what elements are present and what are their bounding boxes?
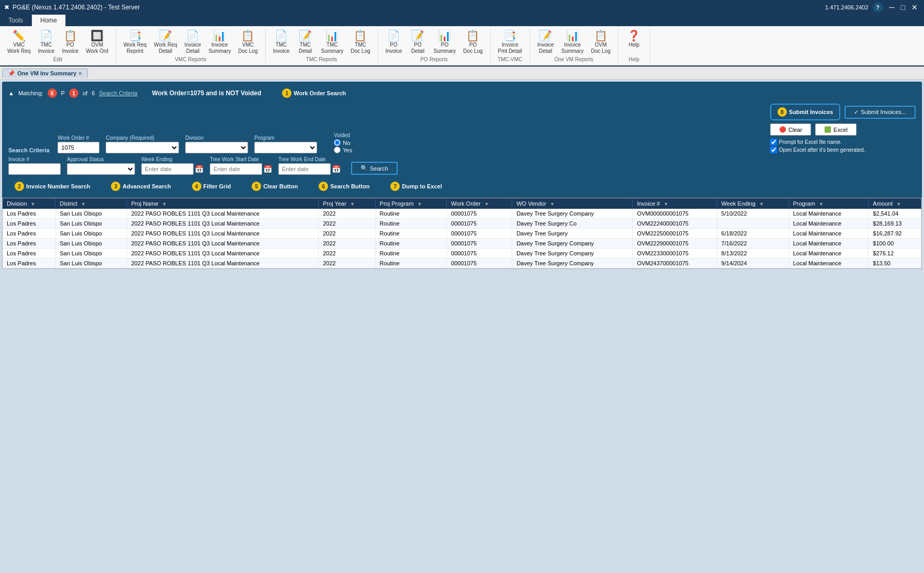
col-division[interactable]: Division ▼ (3, 198, 55, 209)
invoice-pmt-detail-icon: 📑 (503, 30, 516, 41)
po-invoice-btn[interactable]: 📋 POInvoice (59, 29, 82, 55)
search-btn[interactable]: 🔍 Search (351, 162, 398, 175)
col-district[interactable]: District ▼ (55, 198, 127, 209)
col-work-order[interactable]: Work Order ▼ (447, 198, 512, 209)
table-row[interactable]: Los PadresSan Luis Obispo2022 PASO ROBLE… (3, 209, 921, 219)
prompt-excel-checkbox[interactable] (770, 139, 777, 145)
help-button[interactable]: ? (873, 2, 883, 13)
open-excel-checkbox[interactable] (770, 147, 777, 153)
tree-start-input[interactable] (210, 163, 262, 175)
col-wo-vendor[interactable]: WO Vendor ▼ (512, 198, 633, 209)
table-cell: 6/18/2022 (717, 229, 788, 239)
col-proj-program[interactable]: Proj Program ▼ (375, 198, 446, 209)
program-select[interactable] (254, 142, 317, 153)
ribbon: Tools Home ✏️ VMCWork Req 📄 TMCInvoice 📋… (0, 15, 924, 67)
submit-checkmark-icon: ✓ (854, 109, 859, 116)
po-doc-log-btn[interactable]: 📋 PODoc Log (460, 29, 486, 55)
col-week-ending[interactable]: Week Ending ▼ (717, 198, 788, 209)
tab-tools[interactable]: Tools (0, 15, 32, 26)
ovm-doc-log-btn[interactable]: 📋 OVMDoc Log (588, 29, 614, 55)
tree-end-calendar-icon[interactable]: 📅 (332, 165, 341, 173)
tab-home[interactable]: Home (32, 15, 66, 26)
table-row[interactable]: Los PadresSan Luis Obispo2022 PASO ROBLE… (3, 219, 921, 229)
invoice-pmt-detail-btn[interactable]: 📑 InvoicePmt Detail (495, 29, 525, 55)
open-excel-option[interactable]: Open Excel after it's been generated. (770, 147, 916, 153)
callout-text-6: Search Button (330, 183, 369, 189)
table-cell: OVM222500001075 (633, 229, 717, 239)
table-row[interactable]: Los PadresSan Luis Obispo2022 PASO ROBLE… (3, 239, 921, 249)
tmc-summary-btn[interactable]: 📊 TMCSummary (318, 29, 347, 55)
table-cell: San Luis Obispo (55, 219, 127, 229)
table-cell: $16,287.92 (869, 229, 921, 239)
po-summary-btn[interactable]: 📊 POSummary (431, 29, 459, 55)
invoice-detail-ovm-btn[interactable]: 📝 InvoiceDetail (534, 29, 557, 55)
callout-5: 5 Clear Button (245, 179, 304, 194)
work-order-input[interactable] (58, 142, 99, 153)
tree-start-calendar-icon[interactable]: 📅 (263, 165, 272, 173)
tree-end-input[interactable] (278, 163, 331, 175)
col-proj-year[interactable]: Proj Year ▼ (319, 198, 375, 209)
vmc-doc-log-btn[interactable]: 📋 VMCDoc Log (235, 29, 261, 55)
voided-yes-radio[interactable] (334, 147, 341, 153)
table-row[interactable]: Los PadresSan Luis Obispo2022 PASO ROBLE… (3, 249, 921, 259)
submit-invoices-btn[interactable]: ✓ Submit Invoices... (844, 106, 916, 119)
col-amount[interactable]: Amount ▼ (869, 198, 921, 209)
invoice-summary-vmc-btn[interactable]: 📊 InvoiceSummary (205, 29, 234, 55)
ovm-work-ord-btn[interactable]: 🔲 OVMWork Ord (83, 29, 111, 55)
search-criteria-link[interactable]: Search Criteria (99, 90, 137, 96)
tab-close-icon[interactable]: × (78, 70, 82, 76)
help-ribbon-btn[interactable]: ❓ Help (623, 29, 646, 49)
company-select[interactable] (106, 142, 179, 153)
table-cell: 2022 PASO ROBLES 1101 Q3 Local Maintenan… (127, 219, 319, 229)
app-icon: ✖ (4, 4, 9, 11)
help-ribbon-icon: ❓ (627, 30, 640, 41)
table-cell: Davey Tree Surgery Company (512, 259, 633, 268)
voided-no-radio[interactable] (334, 139, 341, 146)
minimize-button[interactable]: ─ (887, 3, 897, 12)
col-proj-name[interactable]: Proj Name ▼ (127, 198, 319, 209)
callout-label-8: Submit Invoices (789, 109, 833, 115)
invoice-summary-ovm-btn[interactable]: 📊 InvoiceSummary (558, 29, 587, 55)
callout-text-5: Clear Button (263, 183, 298, 189)
division-select[interactable] (185, 142, 248, 153)
tmc-doc-log-icon: 📋 (354, 30, 367, 41)
week-ending-input[interactable] (141, 163, 194, 175)
invoice-num-input[interactable] (8, 163, 61, 175)
maximize-button[interactable]: □ (899, 3, 907, 12)
table-cell: Local Maintenance (788, 229, 869, 239)
tmc-invoice-report-btn[interactable]: 📄 TMCInvoice (270, 29, 293, 55)
col-invoice[interactable]: Invoice # ▼ (633, 198, 717, 209)
tab-label: One VM Inv Summary (17, 70, 76, 76)
table-row[interactable]: Los PadresSan Luis Obispo2022 PASO ROBLE… (3, 259, 921, 268)
table-cell: Routine (375, 239, 446, 249)
tmc-detail-btn[interactable]: 📝 TMCDetail (294, 29, 317, 55)
close-button[interactable]: ✕ (909, 3, 920, 12)
callout-3: 3 Advanced Search (105, 179, 177, 194)
tmc-doc-log-btn[interactable]: 📋 TMCDoc Log (347, 29, 373, 55)
clear-btn[interactable]: 🔴 Clear (770, 123, 811, 136)
data-grid-container: Division ▼ District ▼ Proj Name ▼ Proj Y… (2, 198, 922, 269)
invoice-detail-vmc-btn[interactable]: 📄 InvoiceDetail (181, 29, 204, 55)
one-vm-reports-label: One VM Reports (534, 57, 614, 62)
col-program[interactable]: Program ▼ (788, 198, 869, 209)
po-detail-btn[interactable]: 📝 PODetail (407, 29, 430, 55)
table-row[interactable]: Los PadresSan Luis Obispo2022 PASO ROBLE… (3, 229, 921, 239)
one-vm-inv-summary-tab[interactable]: 📌 One VM Inv Summary × (2, 69, 88, 78)
voided-label: Voided (334, 132, 352, 138)
collapse-btn[interactable]: ▲ (8, 90, 14, 96)
week-ending-calendar-icon[interactable]: 📅 (195, 165, 204, 173)
po-invoice-report-btn[interactable]: 📄 POInvoice (382, 29, 405, 55)
work-req-reprint-btn[interactable]: 📑 Work ReqReprint (120, 29, 150, 55)
po-doc-log-icon: 📋 (466, 30, 479, 41)
approval-status-select[interactable] (67, 163, 135, 175)
table-cell: $13.50 (869, 259, 921, 268)
voided-no-option[interactable]: No (334, 139, 352, 146)
callout-label-1: Work Order Search (294, 90, 346, 96)
tmc-invoice-btn[interactable]: 📄 TMCInvoice (35, 29, 58, 55)
work-req-detail-btn[interactable]: 📝 Work ReqDetail (151, 29, 180, 55)
prompt-excel-option[interactable]: Prompt for Excel file name. (770, 139, 916, 145)
vmc-work-req-btn[interactable]: ✏️ VMCWork Req (4, 29, 33, 55)
po-invoice-icon: 📋 (64, 30, 77, 41)
voided-yes-option[interactable]: Yes (334, 147, 352, 153)
excel-btn[interactable]: 🟩 Excel (815, 123, 857, 136)
